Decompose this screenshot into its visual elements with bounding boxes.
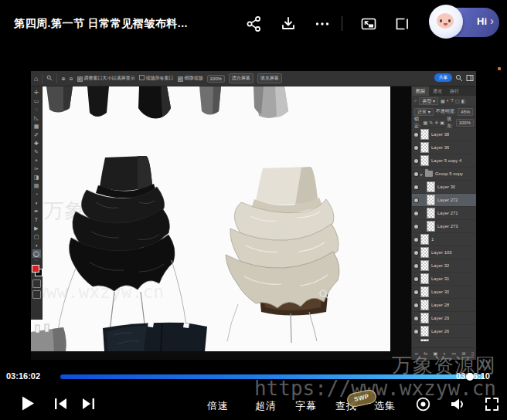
layer-name[interactable]: Layer 26 [431, 329, 449, 334]
tab-channels[interactable]: 通道 [429, 86, 446, 96]
healing-brush-tool[interactable]: ✚ [32, 139, 41, 147]
filter-smartobject-icon[interactable]: ◧ [461, 98, 466, 103]
layer-row[interactable]: Layer 5 copy 4 [412, 154, 476, 168]
object-selection-tool[interactable]: ◺ [32, 113, 41, 122]
video-frame[interactable]: ⌂ ⊕ ⊖ ✓调整窗口大小以满屏显示 缩放所有窗口 ✓细微缩放 100% 适合屏… [31, 71, 476, 360]
eyedropper-tool[interactable]: ✐ [32, 130, 41, 139]
layer-mask-icon[interactable]: ▣ [433, 351, 437, 356]
filter-pixel-icon[interactable]: ▦ [441, 98, 445, 103]
layer-row[interactable]: Layer 26 [412, 325, 476, 338]
layer-thumbnail[interactable] [420, 286, 429, 297]
toolbar-ellipsis-icon[interactable]: ⋯ [34, 258, 39, 263]
quality-button[interactable]: 超清 [255, 399, 277, 413]
zoom-tool[interactable]: ◯ [32, 249, 41, 258]
layer-row[interactable]: Layer 32 [412, 259, 476, 273]
layer-name[interactable]: Layer 30 [431, 290, 449, 294]
layer-name[interactable]: Layer 38 [431, 132, 449, 137]
gradient-tool[interactable]: ▤ [32, 181, 41, 190]
move-tool[interactable]: ✢ [32, 88, 41, 97]
layer-name[interactable]: Layer 272 [437, 198, 458, 202]
ps-100pct-button[interactable]: 100% [207, 75, 225, 83]
visibility-eye-icon[interactable] [414, 238, 418, 242]
more-button[interactable] [314, 15, 331, 32]
layer-row[interactable]: Layer 28 [412, 299, 476, 312]
screen-mode-icon[interactable] [32, 290, 41, 299]
layer-name[interactable]: Layer 273 [437, 224, 458, 229]
layer-name[interactable]: 1 [431, 237, 434, 242]
mini-window-button[interactable] [360, 15, 377, 32]
layer-thumbnail[interactable] [420, 326, 429, 337]
layer-row[interactable]: Layer 38 [412, 128, 476, 141]
crop-tool[interactable]: ▦ [32, 122, 41, 130]
path-selection-tool[interactable]: ▶ [32, 224, 41, 232]
lasso-tool[interactable]: ◌ [32, 105, 41, 113]
layer-row[interactable]: Layer 103 [412, 246, 476, 259]
layer-group-icon[interactable]: ▭ [452, 351, 457, 356]
episodes-button[interactable]: 选集 [374, 399, 396, 413]
lock-move-icon[interactable]: ✢ [434, 120, 438, 125]
layer-thumbnail[interactable] [427, 208, 435, 218]
visibility-eye-icon[interactable] [414, 225, 418, 229]
progress-bar[interactable] [60, 374, 484, 379]
blend-mode-dropdown[interactable]: 正常 ▾ [414, 108, 434, 116]
ps-scrubby-checkbox[interactable]: ✓细微缩放 [178, 75, 203, 82]
layer-name[interactable]: Layer 103 [431, 250, 452, 255]
layer-thumbnail[interactable] [420, 155, 429, 166]
filter-kind-dropdown[interactable]: 类型 ▾ [419, 97, 438, 105]
volume-button[interactable] [449, 396, 466, 412]
layer-row[interactable]: Layer 31 [412, 273, 476, 286]
layer-name[interactable]: Layer 30 [437, 185, 455, 189]
link-layers-icon[interactable]: ∞ [415, 351, 418, 356]
visibility-eye-icon[interactable] [414, 290, 418, 294]
visibility-eye-icon[interactable] [414, 198, 418, 202]
layer-thumbnail[interactable] [420, 260, 429, 271]
layer-row[interactable]: Layer 29 [412, 312, 476, 325]
ps-canvas[interactable]: 万象资源网 www.wxzyw.cn [31, 86, 390, 351]
opacity-value[interactable]: 45% [458, 108, 473, 116]
filter-adjustment-icon[interactable]: ◐ [447, 98, 450, 103]
brush-tool[interactable]: ✎ [32, 147, 41, 156]
ps-share-button[interactable]: 共享 [434, 73, 452, 82]
layer-row[interactable]: Layer 273 [412, 220, 476, 233]
fill-value[interactable]: 100% [456, 119, 474, 127]
group-caret-icon[interactable]: ▸ [420, 171, 423, 177]
layer-name[interactable]: Layer 36 [431, 145, 449, 150]
visibility-eye-icon[interactable] [414, 159, 418, 163]
quick-mask-icon[interactable] [32, 279, 41, 288]
layer-row[interactable]: ▸Group 5 copy [412, 168, 476, 181]
tab-layers[interactable]: 图层 [412, 86, 429, 96]
layer-name[interactable]: Layer 271 [437, 211, 458, 215]
hand-tool[interactable]: ◖ [32, 241, 41, 249]
next-episode-button[interactable] [82, 398, 95, 409]
marquee-tool[interactable]: ▭ [32, 97, 41, 105]
filter-shape-icon[interactable]: ▢ [455, 98, 460, 103]
ps-workspace-icon[interactable] [466, 74, 474, 82]
lock-all-icon[interactable]: ▣ [440, 120, 444, 125]
ps-resize-windows-checkbox[interactable]: ✓调整窗口大小以满屏显示 [77, 75, 135, 82]
blur-tool[interactable]: ◔ [32, 190, 41, 198]
delete-layer-icon[interactable]: ▯ [471, 351, 474, 356]
filter-type-icon[interactable]: T [451, 98, 454, 103]
layer-thumbnail[interactable] [427, 221, 435, 232]
ps-home-icon[interactable]: ⌂ [34, 75, 38, 83]
foreground-color-swatch[interactable] [32, 265, 39, 273]
layer-row[interactable]: Layer 30 [412, 181, 476, 194]
clone-stamp-tool[interactable]: ⌖ [32, 156, 41, 164]
lock-transparent-icon[interactable]: ▦ [424, 120, 428, 125]
search-button[interactable]: 查找 [335, 399, 357, 413]
subtitles-button[interactable]: 字幕 [295, 399, 317, 413]
eraser-tool[interactable]: ◨ [32, 173, 41, 181]
layer-name[interactable]: Layer 31 [431, 276, 449, 281]
layer-thumbnail[interactable] [420, 273, 429, 284]
layer-thumbnail[interactable] [420, 247, 429, 258]
fullscreen-button[interactable] [485, 397, 499, 412]
login-avatar-pill[interactable]: Hi › [431, 8, 499, 37]
progress-handle[interactable] [466, 373, 474, 381]
capture-button[interactable] [415, 396, 431, 412]
pen-tool[interactable]: ✒ [32, 207, 41, 215]
layer-thumbnail[interactable] [420, 339, 429, 341]
previous-episode-button[interactable] [54, 398, 67, 409]
ps-fit-screen-button[interactable]: 适合屏幕 [229, 73, 254, 83]
ps-search-icon[interactable] [455, 74, 463, 82]
adjustment-layer-icon[interactable]: ◐ [443, 351, 446, 356]
